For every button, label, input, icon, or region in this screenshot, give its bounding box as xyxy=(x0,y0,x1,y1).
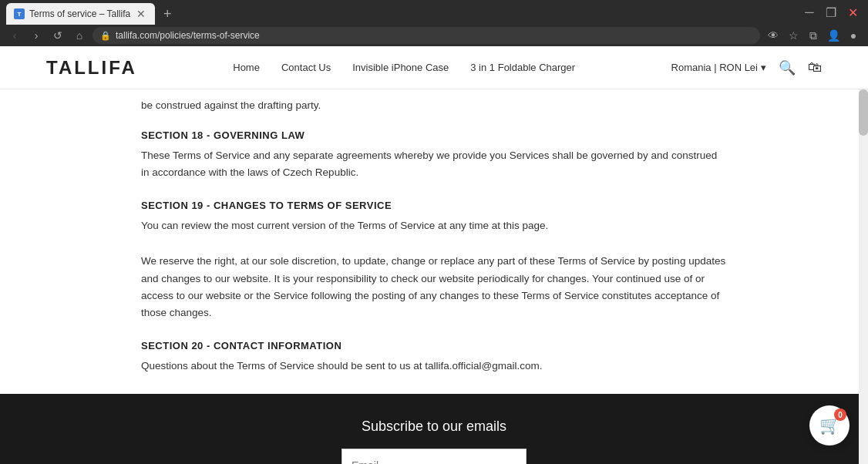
back-button[interactable]: ‹ xyxy=(6,27,23,44)
section-19-body-2: We reserve the right, at our sole discre… xyxy=(141,253,727,321)
page-content: TALLIFA Home Contact Us Invisible iPhone… xyxy=(0,46,868,464)
minimize-button[interactable]: ─ xyxy=(800,3,819,22)
browser-icons: 👁 ☆ ⧉ 👤 ● xyxy=(765,27,862,44)
profile-icon[interactable]: ● xyxy=(845,27,862,44)
url-text: tallifa.com/policies/terms-of-service xyxy=(116,30,260,41)
email-input[interactable] xyxy=(352,459,504,464)
window-controls: ─ ❐ ✕ xyxy=(800,3,862,22)
section-20-title: SECTION 20 - CONTACT INFORMATION xyxy=(141,340,727,351)
section-19-title: SECTION 19 - CHANGES TO TERMS OF SERVICE xyxy=(141,200,727,211)
nav-home[interactable]: Home xyxy=(233,62,260,73)
search-icon[interactable]: 🔍 xyxy=(779,59,796,76)
nav-foldable-charger[interactable]: 3 in 1 Foldable Charger xyxy=(470,62,575,73)
tab-favicon: T xyxy=(14,8,25,19)
floating-cart-button[interactable]: 🛒 0 xyxy=(809,405,849,446)
subscribe-content: Subscribe to our emails → xyxy=(126,419,742,464)
tab-close-button[interactable]: ✕ xyxy=(135,8,147,20)
forward-button[interactable]: › xyxy=(28,27,45,44)
section-20: SECTION 20 - CONTACT INFORMATION Questio… xyxy=(141,340,727,375)
navbar: TALLIFA Home Contact Us Invisible iPhone… xyxy=(0,46,868,89)
email-input-wrapper: → xyxy=(341,449,527,464)
chevron-down-icon: ▾ xyxy=(761,62,766,73)
email-input-row: → xyxy=(141,449,727,464)
site-logo[interactable]: TALLIFA xyxy=(46,57,137,79)
url-bar[interactable]: 🔒 tallifa.com/policies/terms-of-service xyxy=(93,27,760,44)
extensions-icon[interactable]: ⧉ xyxy=(805,27,822,44)
submit-arrow-icon[interactable]: → xyxy=(504,459,516,464)
nav-links: Home Contact Us Invisible iPhone Case 3 … xyxy=(233,62,575,73)
restore-button[interactable]: ❐ xyxy=(822,3,840,22)
section-20-body: Questions about the Terms of Service sho… xyxy=(141,358,727,375)
cart-icon[interactable]: 🛍 xyxy=(808,59,822,76)
reload-button[interactable]: ↺ xyxy=(49,27,66,44)
tab-title: Terms of service – Tallifa xyxy=(29,8,130,19)
main-content[interactable]: be construed against the drafting party.… xyxy=(0,89,868,464)
tab-bar: T Terms of service – Tallifa ✕ + ─ ❐ ✕ xyxy=(0,0,868,25)
cart-badge: 0 xyxy=(834,409,846,421)
home-button[interactable]: ⌂ xyxy=(71,27,88,44)
scrollbar-track[interactable] xyxy=(859,89,868,464)
section-18-title: SECTION 18 - GOVERNING LAW xyxy=(141,129,727,141)
eye-off-icon[interactable]: 👁 xyxy=(765,27,782,44)
new-tab-button[interactable]: + xyxy=(158,5,177,23)
nav-contact[interactable]: Contact Us xyxy=(281,62,331,73)
nav-iphone-case[interactable]: Invisible iPhone Case xyxy=(352,62,449,73)
subscribe-section: Subscribe to our emails → xyxy=(0,394,868,464)
browser-chrome: T Terms of service – Tallifa ✕ + ─ ❐ ✕ ‹… xyxy=(0,0,868,46)
close-button[interactable]: ✕ xyxy=(843,3,862,22)
active-tab[interactable]: T Terms of service – Tallifa ✕ xyxy=(6,3,155,25)
scrollbar-thumb[interactable] xyxy=(859,89,868,136)
section-18-body: These Terms of Service and any separate … xyxy=(141,147,727,182)
navbar-right: Romania | RON Lei ▾ 🔍 🛍 xyxy=(671,59,822,76)
currency-selector[interactable]: Romania | RON Lei ▾ xyxy=(671,62,766,73)
bookmark-icon[interactable]: ☆ xyxy=(785,27,802,44)
section-19: SECTION 19 - CHANGES TO TERMS OF SERVICE… xyxy=(141,200,727,321)
user-account-icon[interactable]: 👤 xyxy=(825,27,842,44)
section-19-body-1: You can review the most current version … xyxy=(141,217,727,234)
subscribe-title: Subscribe to our emails xyxy=(141,419,727,435)
currency-text: Romania | RON Lei xyxy=(671,62,758,73)
section-18: SECTION 18 - GOVERNING LAW These Terms o… xyxy=(141,129,727,182)
address-bar: ‹ › ↺ ⌂ 🔒 tallifa.com/policies/terms-of-… xyxy=(0,25,868,46)
intro-paragraph: be construed against the drafting party. xyxy=(141,89,727,126)
content-wrapper: be construed against the drafting party.… xyxy=(126,89,742,375)
